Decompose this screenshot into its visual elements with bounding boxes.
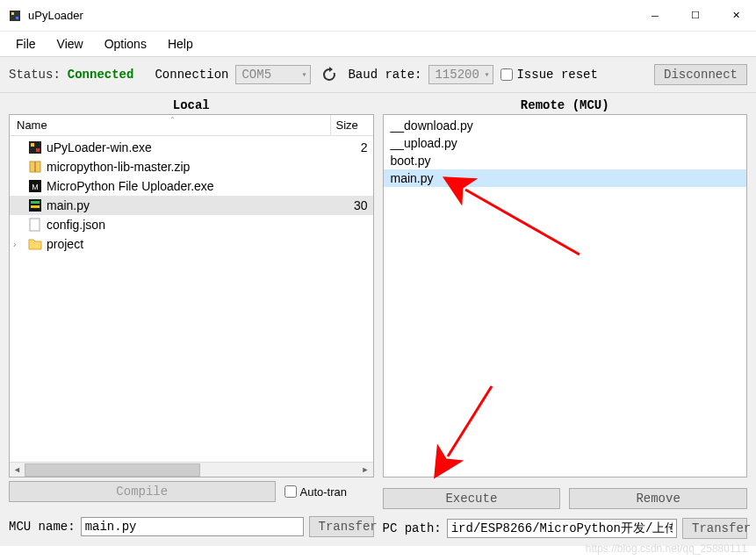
execute-button[interactable]: Execute — [383, 488, 561, 509]
remote-file-list: __download.py __upload.py boot.py main.p… — [384, 115, 747, 477]
svg-rect-12 — [31, 205, 40, 208]
mcu-name-input[interactable] — [81, 517, 304, 536]
scroll-thumb[interactable] — [25, 463, 200, 477]
disconnect-button[interactable]: Disconnect — [654, 64, 747, 85]
svg-rect-4 — [31, 143, 34, 147]
svg-rect-7 — [34, 162, 36, 172]
app-icon — [7, 8, 23, 24]
connection-value: COM5 — [241, 68, 271, 82]
svg-rect-1 — [11, 12, 14, 15]
file-row[interactable]: config.json — [10, 215, 373, 234]
remote-file-row[interactable]: main.py — [384, 169, 747, 187]
titlebar: uPyLoader ─ ☐ ✕ — [0, 0, 756, 32]
watermark: https://blog.csdn.net/qq_25880111 — [586, 542, 747, 555]
status-value: Connected — [68, 68, 134, 82]
file-name: project — [47, 237, 333, 251]
remove-button[interactable]: Remove — [569, 488, 747, 509]
auto-transfer-input[interactable] — [284, 485, 297, 498]
status-bar: Status: Connected Connection COM5 Baud r… — [0, 56, 756, 93]
file-name: config.json — [47, 218, 333, 232]
remote-file-row[interactable]: __upload.py — [384, 134, 747, 152]
connection-label: Connection — [155, 68, 228, 82]
remote-panel-title: Remote (MCU) — [383, 97, 748, 114]
svg-rect-13 — [30, 219, 40, 231]
column-size[interactable]: Size — [331, 115, 373, 135]
exe-icon — [27, 140, 43, 154]
svg-rect-2 — [16, 17, 18, 19]
local-file-list: uPyLoader-win.exe 2 micropython-lib-mast… — [10, 136, 373, 255]
local-file-tree[interactable]: ⌃ Name Size uPyLoader-win.exe 2 micropyt… — [9, 114, 374, 477]
menubar: File View Options Help — [0, 32, 756, 56]
issue-reset-input[interactable] — [500, 68, 513, 81]
auto-transfer-checkbox[interactable]: Auto-tran — [284, 481, 374, 502]
file-name: micropython-lib-master.zip — [47, 160, 333, 174]
close-button[interactable]: ✕ — [716, 1, 756, 31]
zip-icon — [27, 160, 43, 174]
file-name: main.py — [47, 198, 333, 212]
menu-help[interactable]: Help — [159, 33, 202, 54]
horizontal-scrollbar[interactable]: ◄ ► — [10, 462, 373, 477]
scroll-right-icon[interactable]: ► — [358, 463, 373, 477]
pc-path-label: PC path: — [383, 521, 442, 535]
local-panel-title: Local — [9, 97, 374, 114]
mcu-name-label: MCU name: — [9, 520, 76, 534]
remote-file-row[interactable]: boot.py — [384, 152, 747, 169]
folder-row[interactable]: › project — [10, 234, 373, 254]
exe-icon: M — [27, 179, 43, 193]
transfer-to-pc-button[interactable]: Transfer — [682, 518, 747, 539]
file-row[interactable]: uPyLoader-win.exe 2 — [10, 138, 373, 157]
maximize-button[interactable]: ☐ — [675, 1, 716, 31]
status-label: Status: — [9, 68, 61, 82]
bottom-controls: Compile Auto-tran MCU name: Transfer Lis… — [0, 479, 756, 546]
column-name-label: Name — [17, 118, 47, 132]
folder-icon — [27, 238, 43, 250]
file-row[interactable]: M MicroPython File Uploader.exe — [10, 176, 373, 196]
column-name[interactable]: ⌃ Name — [10, 115, 331, 135]
python-file-icon — [27, 198, 43, 212]
file-row[interactable]: micropython-lib-master.zip — [10, 157, 373, 176]
minimize-button[interactable]: ─ — [635, 1, 675, 31]
svg-rect-5 — [36, 148, 40, 152]
menu-options[interactable]: Options — [96, 33, 155, 54]
issue-reset-checkbox[interactable]: Issue reset — [500, 68, 597, 82]
svg-text:M: M — [32, 183, 39, 191]
file-name: uPyLoader-win.exe — [47, 140, 333, 154]
window-controls: ─ ☐ ✕ — [635, 1, 756, 31]
scroll-left-icon[interactable]: ◄ — [10, 463, 25, 477]
menu-file[interactable]: File — [7, 33, 45, 54]
file-icon — [27, 218, 43, 232]
remote-file-row[interactable]: __download.py — [384, 117, 747, 134]
auto-transfer-label: Auto-tran — [300, 485, 347, 499]
pc-path-input[interactable] — [447, 519, 677, 538]
svg-rect-0 — [10, 11, 20, 21]
svg-rect-11 — [31, 201, 40, 204]
file-size: 2 — [333, 140, 370, 154]
refresh-icon[interactable] — [318, 65, 341, 84]
issue-reset-label: Issue reset — [516, 68, 597, 82]
file-row[interactable]: main.py 30 — [10, 196, 373, 215]
local-panel: Local ⌃ Name Size uPyLoader-win.exe 2 mi… — [9, 97, 374, 477]
sort-indicator-icon: ⌃ — [169, 116, 176, 124]
remote-panel: Remote (MCU) __download.py __upload.py b… — [383, 97, 748, 477]
window-title: uPyLoader — [28, 9, 83, 22]
transfer-to-mcu-button[interactable]: Transfer — [309, 516, 374, 537]
expand-icon[interactable]: › — [13, 240, 16, 249]
baud-value: 115200 — [435, 68, 479, 82]
connection-combo[interactable]: COM5 — [235, 65, 311, 84]
file-name: MicroPython File Uploader.exe — [47, 179, 333, 193]
file-size: 30 — [333, 198, 370, 212]
compile-button[interactable]: Compile — [9, 481, 276, 502]
local-columns-header: ⌃ Name Size — [10, 115, 373, 136]
remote-file-list-container[interactable]: __download.py __upload.py boot.py main.p… — [383, 114, 748, 477]
baud-label: Baud rate: — [348, 68, 421, 82]
menu-view[interactable]: View — [48, 33, 92, 54]
baud-combo[interactable]: 115200 — [428, 65, 493, 84]
